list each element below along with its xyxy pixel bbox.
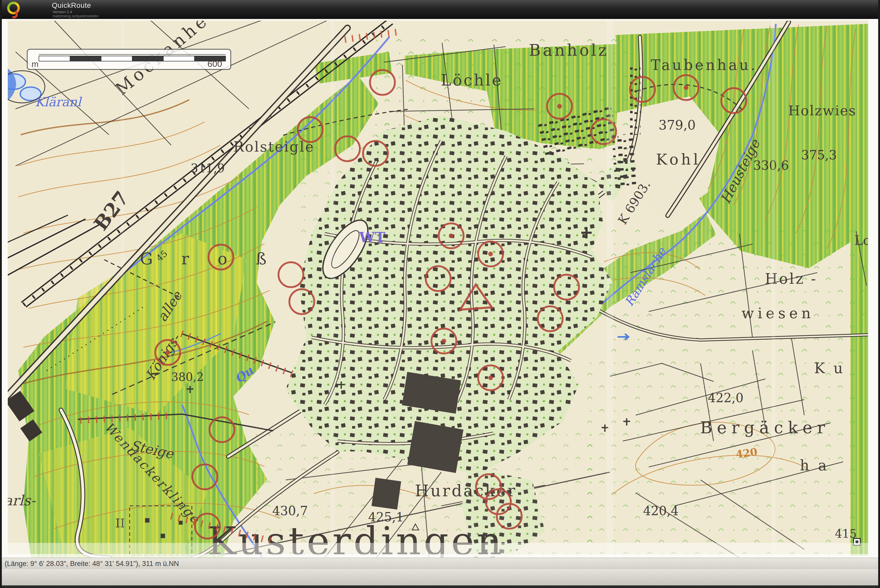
window-bottom-strip bbox=[0, 569, 880, 585]
label-holzwies: Holzwies bbox=[788, 103, 856, 118]
app-version: Version 2.4 bbox=[53, 10, 72, 14]
label-420-4: 420,4 bbox=[643, 504, 679, 518]
quickroute-logo-icon bbox=[5, 0, 23, 19]
label-375-3: 375,3 bbox=[801, 148, 837, 162]
scale-unit: m bbox=[32, 59, 39, 69]
label-wt: WT bbox=[359, 229, 385, 246]
label-ku: Ku bbox=[814, 360, 852, 376]
status-bar: (Länge: 9° 6' 28.03", Breite: 48° 31' 54… bbox=[0, 558, 880, 569]
label-kohl: Kohl bbox=[656, 151, 701, 168]
label-banholz: Banholz bbox=[529, 40, 609, 60]
coordinate-readout: (Länge: 9° 6' 28.03", Breite: 48° 31' 54… bbox=[5, 560, 179, 567]
label-klaeranl: Kläranl bbox=[35, 94, 82, 109]
label-taubenhau: Taubenhau. bbox=[651, 57, 757, 74]
label-rolsteigle2: Rolsteigle bbox=[233, 139, 314, 155]
map-canvas[interactable]: Kusterdingen Hurdäcker Bergäcker Banholz… bbox=[0, 19, 880, 558]
label-430-7: 430,7 bbox=[272, 504, 308, 518]
orienteering-map: Kusterdingen Hurdäcker Bergäcker Banholz… bbox=[0, 19, 880, 558]
label-loechle: Löchle bbox=[441, 71, 503, 89]
label-330-6: 330,6 bbox=[753, 158, 789, 172]
label-311-9: 311,9 bbox=[191, 161, 225, 175]
window-frame-right bbox=[878, 0, 880, 588]
window-bottom-edge bbox=[0, 585, 880, 588]
window-frame-left bbox=[0, 0, 2, 588]
label-ha: ha bbox=[800, 457, 835, 474]
label-wiesen: wiesen bbox=[742, 305, 814, 322]
title-bar: QuickRoute Version 2.4 matstroeng.se/qui… bbox=[0, 0, 880, 19]
allotment-gardens bbox=[610, 134, 637, 190]
label-425-1: 425,1 bbox=[368, 510, 404, 524]
label-379-0: 379,0 bbox=[659, 118, 696, 133]
large-building bbox=[372, 478, 401, 510]
label-422-0: 422,0 bbox=[708, 390, 743, 405]
quickroute-window: { "header": { "app_title": "QuickRoute",… bbox=[0, 0, 880, 588]
label-415: 415 bbox=[835, 527, 857, 540]
large-building bbox=[407, 421, 464, 473]
app-website: matstroeng.se/quickroute/en bbox=[53, 14, 99, 18]
scale-bar: m 600 bbox=[27, 49, 231, 69]
label-bergaecker: Bergäcker bbox=[700, 418, 830, 437]
scale-distance: 600 bbox=[207, 59, 222, 69]
label-380-2: 380,2 bbox=[171, 370, 204, 384]
app-title: QuickRoute bbox=[52, 1, 91, 10]
